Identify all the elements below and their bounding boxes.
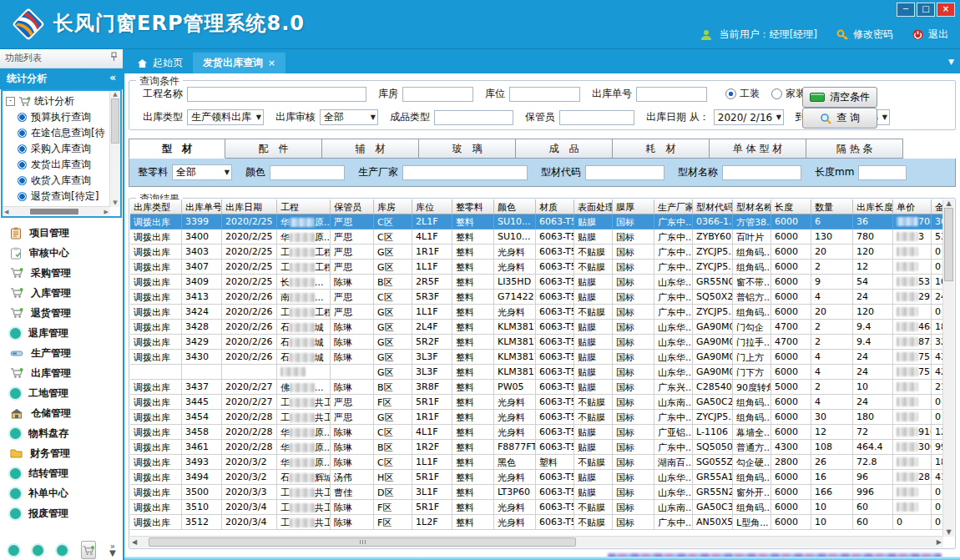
table-row[interactable]: 调拨出库34942020/3/2石辉城汤伟H区5R1F整料光身料6063-T5贴… [130,470,943,485]
sidebar-item-5[interactable]: 退库管理 [0,323,123,343]
column-header[interactable]: 金 [932,199,943,214]
tree-collapse-icon[interactable]: - [6,97,15,106]
column-header[interactable]: 膜厚 [613,199,654,214]
column-header[interactable]: 库位 [412,199,452,214]
table-row[interactable]: 调拨出库34132020/2/26南...严思C区5R3F整料G71422606… [130,290,943,305]
tree-item-3[interactable]: 发货出库查询 [6,157,119,173]
query-row2-input-3[interactable] [559,110,634,125]
filter-input-3[interactable] [585,165,664,180]
table-row[interactable]: 调拨出库33992020/2/25华原...严思C区2L1F整料SU10...6… [130,214,943,230]
column-header[interactable]: 颜色 [494,199,536,214]
tree-root[interactable]: - 统计分析 [6,93,119,109]
table-row[interactable]: 调拨出库35122020/3/4工共工程陈琳F区1L2F整料光身料6063-T5… [130,515,943,530]
material-tab-1[interactable]: 配 件 [225,139,322,159]
grid-vertical-scrollbar[interactable]: ▲▼ [942,199,954,537]
material-tab-7[interactable]: 隔 热 条 [806,139,903,159]
query-row2-combo-1[interactable]: 全部▼ [320,109,378,125]
tree-item-2[interactable]: 采购入库查询 [6,141,119,157]
column-header[interactable]: 整零料 [452,199,494,214]
table-row[interactable]: 调拨出库34072020/2/25工工程严思G区1L1F整料光身料6063-T5… [130,260,943,275]
column-header[interactable]: 出库长度 [853,199,893,214]
tree-item-4[interactable]: 收货入库查询 [6,173,119,189]
table-row[interactable]: 调拨出库34292020/2/26石城陈琳G区5R2F整料KLM38176063… [130,335,943,350]
material-tab-0[interactable]: 型 材 [129,139,225,159]
clear-conditions-button[interactable]: 清空条件 [802,87,877,108]
tab-overflow-icon[interactable]: ▼ [948,58,954,66]
table-row[interactable]: G区3L3F整料KLM38176063-T5贴膜国标山东华...GA90M09.… [130,365,943,380]
sidebar-item-14[interactable]: 报废管理 [0,503,123,523]
filter-combo-0[interactable]: 全部▼ [172,164,232,180]
sidebar-item-10[interactable]: 物料盘存 [0,423,123,443]
dot-icon[interactable] [57,545,68,556]
material-tab-6[interactable]: 单 体 型 材 [710,139,806,159]
grid-horizontal-scrollbar[interactable]: ◀▶ [130,536,943,547]
tab-shipping-outbound-query[interactable]: 发货出库查询 × [193,53,285,73]
sidebar-item-2[interactable]: 采购管理 [0,263,123,283]
tab-close-icon[interactable]: × [268,58,275,68]
column-header[interactable]: 保管员 [331,199,374,214]
pin-icon[interactable] [110,52,118,68]
sidebar-item-0[interactable]: 项目管理 [0,223,123,243]
sidebar-item-4[interactable]: 退货管理 [0,303,123,323]
tree-scroll-thumb[interactable] [111,98,119,144]
material-tab-3[interactable]: 玻 璃 [419,139,516,159]
radio-0[interactable]: 工装 [725,87,760,101]
material-tab-2[interactable]: 辅 材 [322,139,419,159]
table-row[interactable]: 调拨出库34612020/2/28华原...陈琳B区1R2F整料F8877FT6… [130,440,943,455]
column-header[interactable]: 单价 [893,199,932,214]
maximize-button[interactable]: □ [917,3,935,17]
query-row1-input-1[interactable] [402,87,473,102]
query-row2-combo-0[interactable]: 生产领料出库▼ [187,109,264,125]
grid-vscroll-thumb[interactable] [944,208,953,281]
table-row[interactable]: 调拨出库35002020/3/3工共工程曹佳D区3L1F整料LT3P606063… [130,485,943,500]
table-row[interactable]: 调拨出库34032020/2/25工工程严思G区1R1F整料光身料6063-T5… [130,245,943,260]
column-header[interactable]: 出库单号 [182,199,222,214]
tab-home[interactable]: 起始页 [127,53,193,73]
column-header[interactable]: 表面处理 [574,199,613,214]
collapse-icon[interactable]: « [109,72,116,89]
table-row[interactable]: 调拨出库34242020/2/26工工程严思G区1L1F整料光身料6063-T5… [130,305,943,320]
sidebar-item-9[interactable]: 仓储管理 [0,403,123,423]
minimize-button[interactable]: − [897,3,915,17]
sidebar-item-11[interactable]: 财务管理 [0,443,123,463]
column-header[interactable]: 材质 [536,199,574,214]
filter-input-4[interactable] [722,165,801,180]
radio-1[interactable]: 家装 [771,87,806,101]
table-row[interactable]: 调拨出库34582020/2/28华原...陈琳C区4L1F整料光身料6063-… [130,425,943,440]
grid-hscroll-thumb[interactable] [149,537,576,547]
query-row1-input-3[interactable] [636,87,707,102]
sidebar-item-12[interactable]: 结转管理 [0,463,123,483]
query-row1-input-2[interactable] [509,87,580,102]
logout-button[interactable]: 退出 [912,28,948,42]
tree-item-1[interactable]: 在途信息查询[待 [6,125,119,141]
filter-input-1[interactable] [270,165,345,180]
sidebar-item-6[interactable]: 生产管理 [0,343,123,363]
tree-hscroll-thumb[interactable] [30,209,78,214]
column-header[interactable]: 出库日期 [222,199,277,214]
filter-input-5[interactable] [858,165,907,180]
dot-icon[interactable] [8,545,19,556]
table-row[interactable]: 调拨出库34002020/2/25华原...严思C区4L1F整料SU10...6… [130,230,943,245]
table-row[interactable]: 调拨出库34282020/2/26石城陈琳G区2L4F整料KLM38176063… [130,320,943,335]
column-header[interactable]: 生产厂家 [654,199,693,214]
column-header[interactable]: 型材代码 [693,199,733,214]
column-header[interactable]: 数量 [811,199,853,214]
tree-item-5[interactable]: 退货查询[待定] [6,189,119,204]
search-button[interactable]: 查 询 [802,108,877,129]
column-header[interactable]: 出库类型 [130,199,182,214]
more-modules-button[interactable] [81,541,96,559]
column-header[interactable]: 长度 [771,199,811,214]
sidebar-item-7[interactable]: 出库管理 [0,363,123,383]
dot-icon[interactable] [33,545,43,556]
change-password-link[interactable]: 修改密码 [836,28,893,42]
table-row[interactable]: 调拨出库34372020/2/27佛...陈琳B区3R8F整料PW056063-… [130,380,943,395]
table-row[interactable]: 调拨出库35102020/3/4工共工程陈琳F区5R1F整料光身料6063-T5… [130,500,943,515]
query-row1-input-0[interactable] [187,87,366,102]
sidebar-item-1[interactable]: 审核中心 [0,243,123,263]
query-row2-combo-4[interactable]: 2020/ 2/16▼ [714,109,784,125]
table-row[interactable]: 调拨出库34302020/2/26石城陈琳G区3L3F整料KLM38176063… [130,350,943,365]
tree-vertical-scrollbar[interactable]: ▲▼ [109,91,120,207]
material-tab-5[interactable]: 耗 材 [613,139,710,159]
table-row[interactable]: 调拨出库34092020/2/25长...陈琳B区2R5F整料LI35HD606… [130,275,943,290]
table-row[interactable]: 调拨出库34932020/3/2华原...陈琳C区1L1F整料黑色塑料不贴膜国标… [130,455,943,470]
